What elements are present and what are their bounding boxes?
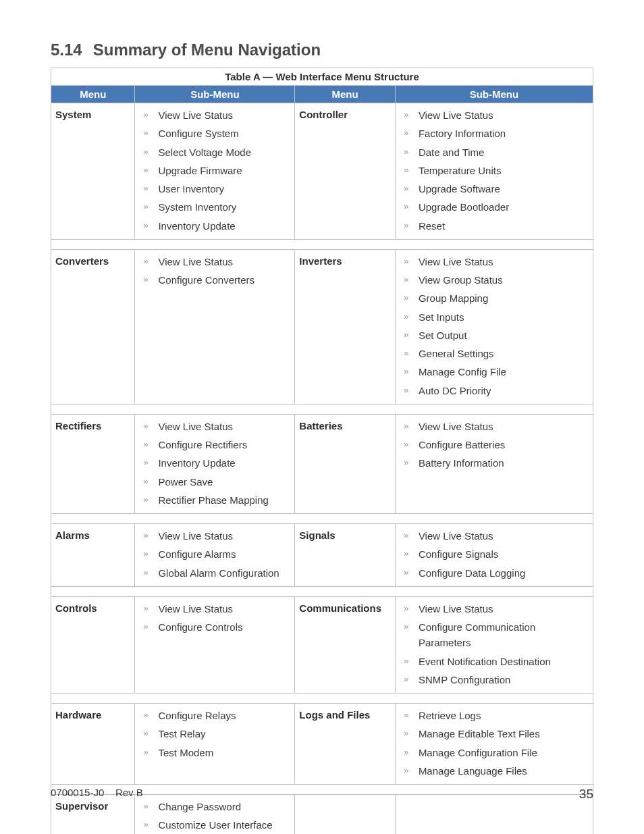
chevron-icon: » — [404, 163, 408, 177]
submenu-item-label: View Live Status — [158, 421, 233, 432]
menu-cell-left: Controls — [51, 596, 135, 693]
submenu-item-label: Upgrade Firmware — [158, 165, 242, 176]
chevron-icon: » — [404, 602, 408, 615]
chevron-icon: » — [404, 310, 408, 323]
submenu-cell-right: »Retrieve Logs»Manage Editable Text File… — [395, 704, 593, 785]
submenu-item: »Upgrade Bootloader — [398, 198, 590, 216]
section-title-text: Summary of Menu Navigation — [93, 41, 321, 59]
chevron-icon: » — [143, 727, 148, 740]
chevron-icon: » — [404, 708, 408, 722]
submenu-item-label: Configure Data Logging — [419, 567, 525, 579]
submenu-item-label: View Live Status — [158, 530, 233, 542]
submenu-item-label: Manage Language Files — [419, 765, 527, 777]
submenu-item-label: Event Notification Destination — [419, 656, 551, 667]
menu-cell-right: Logs and Files — [295, 704, 396, 785]
submenu-cell-right: »View Live Status»Configure Communicatio… — [395, 596, 593, 693]
chevron-icon: » — [404, 182, 408, 195]
chevron-icon: » — [143, 493, 148, 506]
chevron-icon: » — [143, 708, 148, 722]
submenu-item: »View Live Status — [398, 600, 590, 618]
submenu-item-label: Configure Alarms — [158, 548, 236, 560]
menu-cell-right: Batteries — [295, 414, 396, 513]
submenu-item: »Configure Batteries — [398, 436, 590, 454]
submenu-item: »Customize User Interface — [138, 816, 292, 834]
submenu-item-label: Configure System — [158, 128, 238, 139]
submenu-item: »Upgrade Software — [398, 180, 590, 198]
submenu-item: »Set Output — [398, 326, 590, 344]
table-row: Hardware»Configure Relays»Test Relay»Tes… — [51, 704, 593, 785]
chevron-icon: » — [404, 273, 408, 286]
submenu-item-label: Customize User Interface — [158, 819, 272, 831]
submenu-item: »Test Modem — [138, 744, 292, 762]
chevron-icon: » — [143, 273, 148, 286]
submenu-item-label: SNMP Configuration — [419, 674, 510, 685]
submenu-item-label: Configure Controls — [158, 621, 242, 633]
spacer-row — [51, 239, 593, 249]
chevron-icon: » — [404, 529, 408, 542]
submenu-item: »Select Voltage Mode — [138, 143, 292, 161]
submenu-item-label: Configure Communication Parameters — [419, 621, 535, 648]
submenu-item: »View Live Status — [138, 253, 292, 271]
chevron-icon: » — [143, 163, 148, 177]
chevron-icon: » — [404, 346, 408, 360]
chevron-icon: » — [143, 255, 148, 268]
chevron-icon: » — [143, 475, 148, 488]
submenu-item-label: View Group Status — [419, 274, 503, 286]
submenu-item-label: Global Alarm Configuration — [158, 567, 279, 579]
section-number: 5.14 — [51, 41, 82, 59]
header-menu-right: Menu — [295, 86, 396, 103]
submenu-item-label: Configure Converters — [158, 274, 254, 286]
submenu-item: »Power Save — [138, 473, 292, 491]
chevron-icon: » — [143, 438, 148, 451]
submenu-item-label: Configure Signals — [419, 548, 498, 560]
table-row: Alarms»View Live Status»Configure Alarms… — [51, 524, 593, 587]
submenu-item: »Event Notification Destination — [398, 652, 590, 671]
chevron-icon: » — [404, 126, 408, 140]
chevron-icon: » — [404, 727, 408, 740]
submenu-item-label: General Settings — [419, 348, 494, 359]
menu-cell-left: Converters — [51, 249, 135, 404]
menu-cell-right: Communications — [295, 596, 396, 693]
submenu-item: »Inventory Update — [138, 454, 292, 472]
chevron-icon: » — [404, 438, 408, 451]
menu-cell-left: Hardware — [51, 704, 135, 785]
chevron-icon: » — [404, 456, 408, 469]
submenu-item: »General Settings — [398, 344, 590, 363]
chevron-icon: » — [404, 108, 408, 122]
table-row: Rectifiers»View Live Status»Configure Re… — [51, 414, 593, 513]
table-caption-row: Table A — Web Interface Menu Structure — [51, 68, 593, 86]
header-submenu-right: Sub-Menu — [395, 86, 593, 103]
submenu-item: »Configure Relays — [138, 706, 292, 725]
chevron-icon: » — [143, 182, 148, 195]
submenu-item: »SNMP Configuration — [398, 671, 590, 689]
submenu-cell-left: »View Live Status»Configure Controls — [135, 596, 295, 693]
chevron-icon: » — [143, 419, 148, 433]
chevron-icon: » — [143, 200, 148, 213]
table-row: Controls»View Live Status»Configure Cont… — [51, 596, 593, 693]
page-footer: 0700015-J0 Rev B 35 — [51, 787, 593, 802]
header-menu-left: Menu — [51, 86, 135, 103]
chevron-icon: » — [143, 126, 148, 140]
submenu-item-label: Configure Relays — [158, 710, 236, 721]
submenu-item: »View Live Status — [398, 253, 590, 271]
submenu-item-label: View Live Status — [419, 603, 493, 615]
submenu-item-label: Set Inputs — [419, 311, 464, 323]
table-row: System»View Live Status»Configure System… — [51, 103, 593, 240]
submenu-item-label: Inventory Update — [158, 457, 235, 469]
submenu-item-label: Select Voltage Mode — [158, 147, 251, 158]
submenu-cell-right: »View Live Status»Factory Information»Da… — [395, 103, 593, 240]
spacer-row — [51, 514, 593, 524]
submenu-item: »Test Relay — [138, 725, 292, 743]
submenu-item: »Configure Rectifiers — [138, 436, 292, 454]
spacer-row — [51, 586, 593, 596]
chevron-icon: » — [143, 818, 148, 831]
submenu-item-label: Date and Time — [419, 147, 485, 158]
chevron-icon: » — [404, 419, 408, 433]
submenu-item-label: Auto DC Priority — [419, 385, 491, 396]
chevron-icon: » — [404, 764, 408, 777]
submenu-item: »View Group Status — [398, 271, 590, 289]
submenu-item-label: Reset — [419, 220, 445, 232]
submenu-item: »Group Mapping — [398, 289, 590, 307]
submenu-item: »Configure Controls — [138, 618, 292, 636]
submenu-item-label: View Live Status — [158, 109, 233, 121]
